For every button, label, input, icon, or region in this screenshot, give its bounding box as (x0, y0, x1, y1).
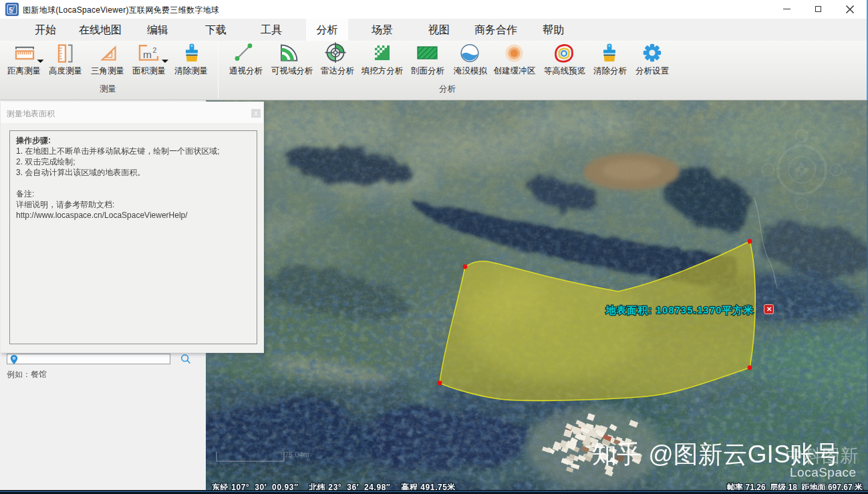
svg-text:东经 107° 30′ 00.93″ 北纬 23°: 东经 107° 30′ 00.93″ 北纬 23° 36′ 24.98″ 高程 … (211, 483, 456, 490)
svg-text:75.04m: 75.04m (285, 451, 309, 459)
svg-text:知乎 @图新云GIS账号: 知乎 @图新云GIS账号 (592, 441, 840, 468)
svg-text:地表面积: 108735.1370平方米: 地表面积: 108735.1370平方米 (605, 305, 754, 316)
svg-text:✕: ✕ (766, 305, 772, 313)
svg-text:帧率 71.26 层级 18 距地面 697.67 米: 帧率 71.26 层级 18 距地面 697.67 米 (726, 483, 863, 490)
svg-text:2: 2 (153, 46, 157, 54)
svg-text:LocaSpace: LocaSpace (790, 465, 857, 479)
svg-text:m: m (143, 49, 152, 60)
